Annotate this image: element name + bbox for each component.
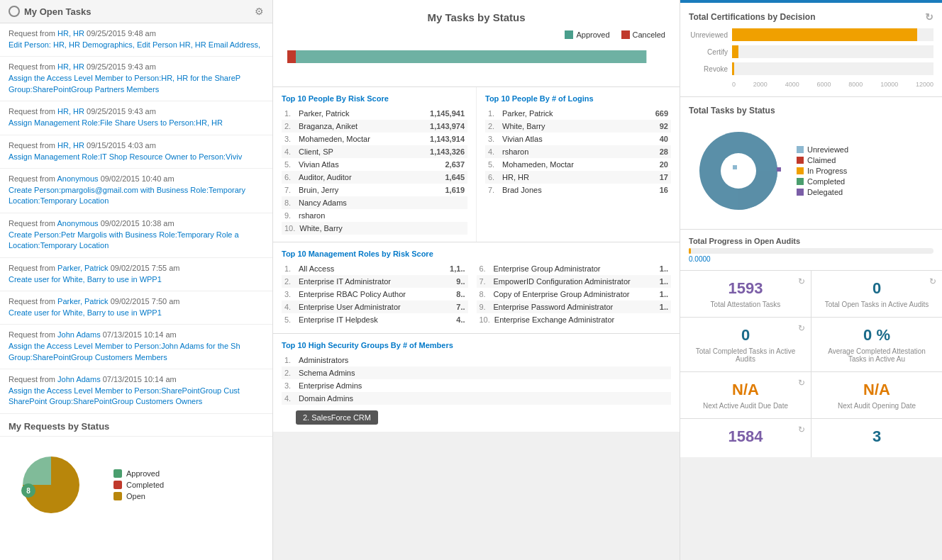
certifications-chart: Total Certifications by Decision ↻ Unrev…	[680, 3, 942, 97]
my-requests-pie-area: 8 Approved Completed Open	[0, 437, 272, 533]
completed-dot	[797, 178, 804, 185]
table-row: 1.All Access1,1..	[282, 262, 468, 275]
table-row: 2.Schema Admins	[282, 366, 671, 379]
canceled-sq	[621, 30, 630, 39]
table-row: 6.Auditor, Auditor1,645	[282, 171, 467, 184]
svg-rect-7	[777, 167, 781, 172]
table-row: 3.Enterprise RBAC Policy Author8..	[282, 288, 468, 301]
people-risk-col: Top 10 People By Risk Score 1.Parker, Pa…	[273, 87, 476, 242]
table-row: 8.Nancy Adams	[282, 196, 467, 209]
svg-rect-3	[287, 50, 296, 63]
stat-opening-label: Next Audit Opening Date	[819, 402, 935, 410]
stat-refresh-icon-3[interactable]: ↻	[798, 323, 805, 333]
legend-in-progress: In Progress	[797, 167, 848, 175]
my-requests-section-header: My Requests by Status	[0, 414, 272, 437]
legend-completed: Completed	[797, 177, 848, 186]
stat-completed-value: 0	[687, 326, 804, 345]
table-row: 10.White, Barry	[282, 222, 467, 235]
stat-total-attestation: ↻ 1593 Total Attestation Tasks	[680, 271, 811, 317]
open-dot	[113, 492, 122, 500]
table-row: 3.Enterprise Admins	[282, 379, 671, 392]
certify-fill	[732, 45, 738, 58]
cert-chart-title: Total Certifications by Decision ↻	[689, 11, 933, 23]
cert-bar-revoke: Revoke	[689, 62, 933, 75]
stat-attestation-value: 1593	[687, 279, 804, 298]
mgmt-roles-rows: 1.All Access1,1.. 2.Enterprise IT Admini…	[282, 262, 671, 326]
stat-1584-value: 1584	[687, 427, 804, 446]
request-item-1: Request from HR, HR 09/25/2015 9:48 am E…	[0, 23, 272, 57]
table-row: 6.HR, HR17	[485, 171, 671, 184]
stat-refresh-icon-5[interactable]: ↻	[798, 425, 805, 435]
stat-avg-value: 0 %	[819, 326, 935, 345]
people-logins-title: Top 10 People By # of Logins	[485, 94, 671, 103]
completed-dot	[113, 481, 122, 489]
cert-axis: 020004000600080001000012000	[689, 81, 933, 88]
progress-value: 0.0000	[689, 255, 933, 263]
mgmt-roles-title: Top 10 Management Roles by Risk Score	[282, 250, 671, 258]
total-tasks-pie-area: Unreviewed Claimed In Progress Completed	[689, 121, 933, 220]
tasks-circle-icon	[9, 6, 20, 17]
stat-refresh-icon-2[interactable]: ↻	[929, 276, 936, 286]
gear-icon[interactable]: ⚙	[255, 6, 264, 17]
table-row: 7.Bruin, Jerry1,619	[282, 184, 467, 196]
stat-avg-label: Average Completed Attestation Tasks in A…	[819, 347, 935, 363]
stat-next-due: ↻ N/A Next Active Audit Due Date	[680, 372, 811, 418]
stat-open-value: 0	[819, 279, 935, 298]
my-requests-pie-chart: 8	[9, 449, 94, 520]
my-requests-legend: Approved Completed Open	[105, 464, 172, 506]
table-row: 4.rsharon28	[485, 145, 671, 158]
legend-claimed: Claimed	[797, 156, 848, 164]
progress-bar-outer	[689, 248, 933, 254]
total-tasks-status-section: Total Tasks by Status	[680, 97, 942, 230]
cert-bar-chart: Unreviewed Certify Revoke	[689, 28, 933, 88]
table-row: 5.Enterprise IT Helpdesk4..	[282, 313, 468, 326]
svg-text:8: 8	[26, 487, 31, 495]
salesforce-tooltip: 2. SalesForce CRM	[296, 410, 378, 425]
svg-rect-6	[733, 165, 737, 169]
legend-delegated: Delegated	[797, 188, 848, 196]
cert-bar-unreviewed: Unreviewed	[689, 28, 933, 41]
in-progress-dot	[797, 167, 804, 174]
approved-sq	[565, 30, 573, 39]
table-row: 9.Enterprise Password Administrator1..	[477, 301, 672, 313]
stat-open-label: Total Open Tasks in Active Audits	[819, 301, 935, 308]
people-logins-rows: 1.Parker, Patrick669 2.White, Barry92 3.…	[485, 107, 671, 196]
unreviewed-fill	[732, 28, 917, 41]
stat-refresh-icon[interactable]: ↻	[798, 276, 805, 286]
table-row: 4.Domain Admins	[282, 392, 671, 405]
left-panel: My Open Tasks ⚙ Request from HR, HR 09/2…	[0, 0, 273, 560]
request-item-6: Request from Anonymous 09/02/2015 10:38 …	[0, 213, 272, 258]
people-tables-row: Top 10 People By Risk Score 1.Parker, Pa…	[273, 87, 680, 242]
stat-1584: ↻ 1584	[680, 419, 811, 457]
legend-approved: Approved	[565, 30, 609, 39]
request-item-3: Request from HR, HR 09/25/2015 9:43 am A…	[0, 101, 272, 135]
delegated-dot	[797, 189, 804, 196]
right-panel: Total Certifications by Decision ↻ Unrev…	[680, 0, 942, 560]
progress-title: Total Progress in Open Audits	[689, 237, 933, 245]
cert-refresh-icon[interactable]: ↻	[925, 11, 933, 23]
stat-refresh-icon-4[interactable]: ↻	[798, 378, 805, 388]
request-item-2: Request from HR, HR 09/25/2015 9:43 am A…	[0, 57, 272, 101]
total-tasks-pie-chart	[689, 121, 788, 220]
people-logins-col: Top 10 People By # of Logins 1.Parker, P…	[476, 87, 680, 242]
middle-panel: My Tasks by Status Approved Canceled	[273, 0, 680, 560]
legend-unreviewed: Unreviewed	[797, 145, 848, 154]
tasks-chart-legend: Approved Canceled	[287, 30, 665, 39]
stats-grid: ↻ 1593 Total Attestation Tasks ↻ 0 Total…	[680, 271, 942, 457]
table-row: 7.Brad Jones16	[485, 184, 671, 196]
request-item-5: Request from Anonymous 09/02/2015 10:40 …	[0, 169, 272, 213]
stat-due-label: Next Active Audit Due Date	[687, 402, 804, 410]
svg-point-5	[721, 153, 756, 189]
stat-attestation-label: Total Attestation Tasks	[687, 301, 804, 308]
request-item-4: Request from HR, HR 09/15/2015 4:03 am A…	[0, 135, 272, 169]
legend-canceled: Canceled	[621, 30, 665, 39]
stat-next-opening: N/A Next Audit Opening Date	[811, 372, 942, 418]
table-row: 4.Client, SP1,143,326	[282, 145, 467, 158]
request-item-7: Request from Parker, Patrick 09/02/2015 …	[0, 258, 272, 291]
claimed-dot	[797, 157, 804, 164]
table-row: 1.Parker, Patrick1,145,941	[282, 107, 467, 120]
tasks-pie-legend: Unreviewed Claimed In Progress Completed	[797, 145, 848, 196]
stat-open-audits: ↻ 0 Total Open Tasks in Active Audits	[811, 271, 942, 317]
table-row: 7.EmpowerID Configuration Administrator1…	[477, 275, 672, 288]
table-row: 6.Enterprise Group Administrator1..	[477, 262, 672, 275]
